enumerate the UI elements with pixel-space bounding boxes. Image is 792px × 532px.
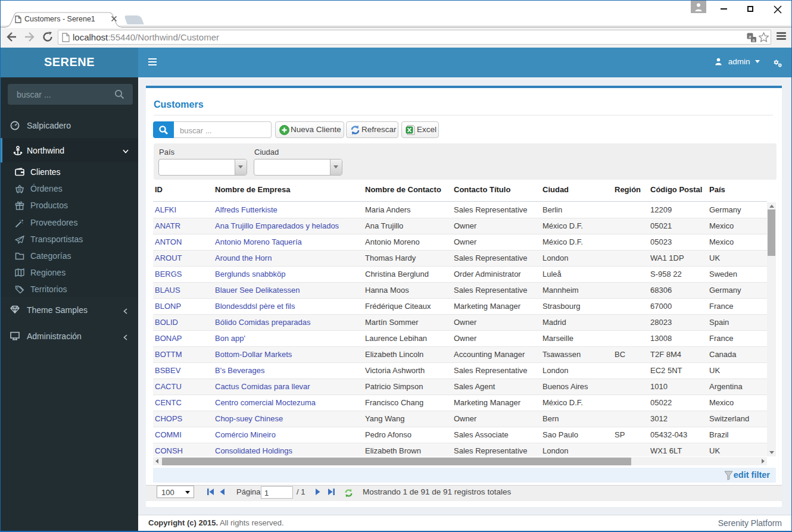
svg-text:a: a	[753, 38, 755, 42]
